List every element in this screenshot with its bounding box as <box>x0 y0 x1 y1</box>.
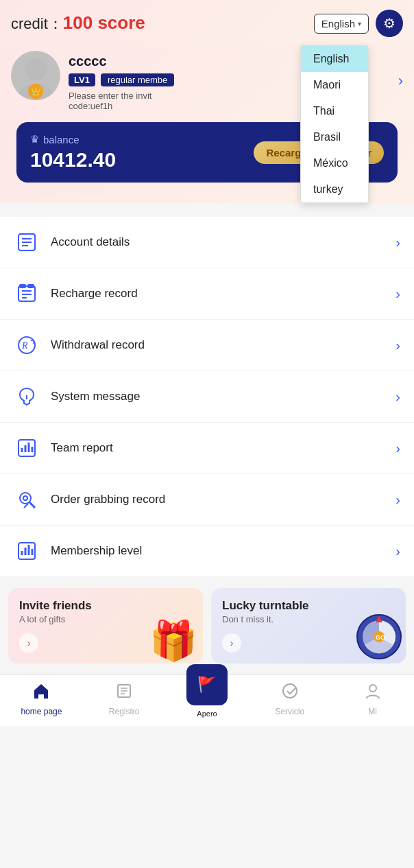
membership-icon <box>14 538 40 564</box>
system-arrow-icon: › <box>395 389 400 405</box>
menu-item-recharge[interactable]: Recharge record › <box>0 268 414 320</box>
account-label: Account details <box>51 235 385 249</box>
crown-icon: ♛ <box>30 133 39 145</box>
lang-option-maori[interactable]: Maori <box>301 72 368 98</box>
servicio-icon <box>281 682 299 704</box>
promo-card-turntable[interactable]: Lucky turntable Don t miss it. › GO <box>211 588 406 664</box>
credit-display: credit：100 score <box>11 12 145 34</box>
lang-option-brasil[interactable]: Brasil <box>301 124 368 150</box>
level-badge: LV1 <box>69 73 95 86</box>
menu-item-membership[interactable]: Membership level › <box>0 526 414 577</box>
menu-item-system[interactable]: System message › <box>0 371 414 423</box>
turntable-title: Lucky turntable <box>222 599 395 613</box>
nav-servicio[interactable]: Servicio <box>248 682 331 716</box>
lang-selected-label: English <box>321 18 355 30</box>
lang-option-turkey[interactable]: turkey <box>301 176 368 202</box>
system-label: System message <box>51 390 385 403</box>
withdrawal-arrow-icon: › <box>395 338 400 353</box>
order-label: Order grabbing record <box>51 493 385 506</box>
balance-amount: 10412.40 <box>30 148 116 172</box>
servicio-label: Servicio <box>275 707 304 716</box>
team-arrow-icon: › <box>395 441 400 456</box>
team-icon <box>14 435 40 461</box>
account-icon <box>14 229 40 255</box>
menu-item-withdrawal[interactable]: R Withdrawal record › <box>0 320 414 371</box>
credit-label: credit： <box>11 15 63 32</box>
registro-icon <box>115 682 133 704</box>
home-label: home page <box>21 707 62 716</box>
team-label: Team report <box>51 441 385 455</box>
credit-score: 100 score <box>63 12 145 33</box>
avatar: 👑 <box>11 51 60 100</box>
svg-point-0 <box>25 58 47 80</box>
settings-button[interactable]: ⚙ <box>376 10 403 37</box>
lang-option-english[interactable]: English <box>301 46 368 72</box>
menu-item-order[interactable]: Order grabbing record › <box>0 474 414 526</box>
svg-text:R: R <box>21 340 28 351</box>
svg-point-21 <box>23 496 27 500</box>
recharge-icon <box>14 281 40 307</box>
account-arrow-icon: › <box>395 235 400 250</box>
svg-line-22 <box>29 502 35 508</box>
crown-badge: 👑 <box>28 84 43 99</box>
registro-label: Registro <box>109 707 140 716</box>
svg-text:GO: GO <box>376 634 385 641</box>
turntable-arrow-btn[interactable]: › <box>222 633 241 653</box>
system-icon <box>14 384 40 410</box>
bottom-nav: home page Registro 🚩 Apero Servicio <box>0 675 414 726</box>
recharge-arrow-icon: › <box>395 286 400 302</box>
membership-label: Membership level <box>51 544 385 558</box>
recharge-label: Recharge record <box>51 287 385 301</box>
invite-title: Invite friends <box>19 599 192 613</box>
lang-option-thai[interactable]: Thai <box>301 98 368 124</box>
invite-arrow-btn[interactable]: › <box>19 633 38 653</box>
language-menu: English Maori Thai Brasil México turkey <box>300 45 369 203</box>
nav-home[interactable]: home page <box>0 682 83 716</box>
flag-icon: 🚩 <box>197 676 216 694</box>
language-dropdown[interactable]: English ▾ <box>314 14 369 34</box>
menu-list: Account details › Recharge record › R Wi… <box>0 217 414 577</box>
menu-item-account[interactable]: Account details › <box>0 217 414 268</box>
gear-icon: ⚙ <box>383 15 395 32</box>
apero-button[interactable]: 🚩 <box>186 664 228 705</box>
turntable-icon: GO <box>355 613 403 661</box>
lang-option-mexico[interactable]: México <box>301 150 368 176</box>
balance-label: balance <box>43 134 80 145</box>
gift-icon: 🎁 <box>149 618 197 664</box>
mi-label: Mi <box>368 707 377 716</box>
dropdown-arrow-icon: ▾ <box>358 20 361 27</box>
profile-arrow-icon[interactable]: › <box>398 72 403 90</box>
promo-section: Invite friends A lot of gifts › 🎁 Lucky … <box>0 577 414 675</box>
home-icon <box>32 682 50 704</box>
svg-point-20 <box>20 493 31 504</box>
mi-icon <box>364 682 382 704</box>
nav-apero[interactable]: 🚩 Apero <box>166 664 249 718</box>
svg-point-37 <box>283 684 297 698</box>
membership-arrow-icon: › <box>395 543 400 559</box>
withdrawal-icon: R <box>14 332 40 358</box>
apero-label: Apero <box>197 709 217 718</box>
withdrawal-label: Withdrawal record <box>51 338 385 352</box>
promo-card-invite[interactable]: Invite friends A lot of gifts › 🎁 <box>8 588 203 664</box>
member-badge: regular membe <box>101 73 174 86</box>
svg-point-38 <box>369 685 376 692</box>
menu-item-team[interactable]: Team report › <box>0 423 414 474</box>
nav-registro[interactable]: Registro <box>83 682 166 716</box>
nav-mi[interactable]: Mi <box>331 682 414 716</box>
order-icon <box>14 486 40 513</box>
order-arrow-icon: › <box>395 492 400 508</box>
